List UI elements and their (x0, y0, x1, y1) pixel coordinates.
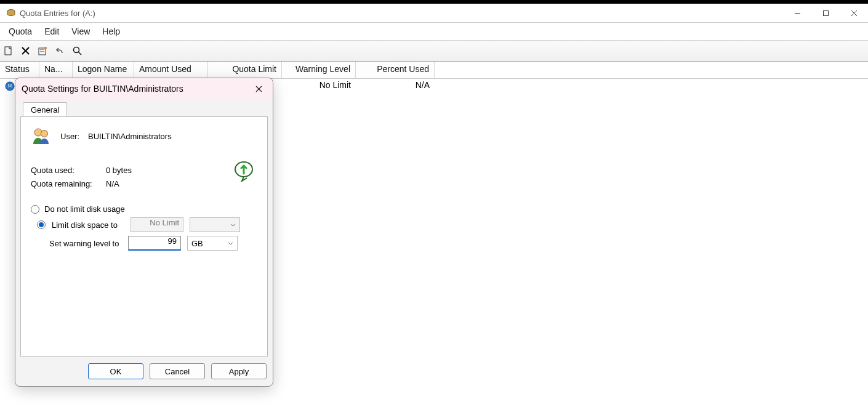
warning-value-input[interactable]: 99 (128, 236, 181, 251)
undo-icon[interactable] (53, 44, 66, 58)
col-quota[interactable]: Quota Limit (208, 62, 282, 78)
menu-help[interactable]: Help (96, 26, 126, 36)
menu-view[interactable]: View (65, 26, 96, 36)
user-value: BUILTIN\Administrators (88, 132, 172, 141)
menu-quota[interactable]: Quota (2, 26, 38, 36)
radio-no-limit[interactable] (31, 205, 39, 214)
find-icon[interactable] (70, 44, 84, 58)
svg-point-20 (41, 131, 48, 137)
warning-unit-combo[interactable]: GB (187, 236, 238, 251)
quota-used-label: Quota used: (31, 164, 106, 177)
quota-remaining-label: Quota remaining: (31, 177, 106, 191)
warning-level-label: Set warning level to (49, 239, 122, 248)
col-status[interactable]: Status (0, 62, 39, 78)
dialog-titlebar[interactable]: Quota Settings for BUILTIN\Administrator… (15, 78, 273, 99)
svg-line-13 (78, 52, 81, 55)
chevron-down-icon (230, 220, 236, 230)
svg-point-11 (44, 47, 47, 49)
svg-rect-9 (40, 49, 44, 50)
limit-unit-combo[interactable] (190, 217, 240, 232)
ok-button[interactable]: OK (88, 363, 143, 379)
new-entry-icon[interactable] (1, 44, 15, 58)
col-name[interactable]: Na... (39, 62, 73, 78)
cell-warning-level: No Limit (282, 79, 356, 94)
col-amount[interactable]: Amount Used (134, 62, 208, 78)
limit-value-input[interactable]: No Limit (131, 217, 183, 232)
close-button[interactable] (840, 4, 868, 22)
dialog-close-button[interactable] (251, 81, 267, 97)
maximize-button[interactable] (811, 4, 840, 22)
col-pct[interactable]: Percent Used (356, 62, 435, 78)
status-balloon-icon (233, 160, 255, 182)
quota-used-value: 0 bytes (106, 164, 132, 177)
delete-icon[interactable] (18, 44, 32, 58)
svg-rect-2 (823, 10, 828, 15)
radio-limit-label: Limit disk space to (52, 220, 124, 230)
radio-limit[interactable] (37, 220, 46, 229)
svg-point-15 (8, 84, 9, 86)
user-label: User: (60, 132, 79, 141)
col-warn[interactable]: Warning Level (282, 62, 356, 78)
radio-no-limit-label: Do not limit disk usage (44, 204, 125, 214)
column-headers: Status Na... Logon Name Amount Used Quot… (0, 62, 868, 79)
toolbar (0, 41, 868, 62)
col-logon[interactable]: Logon Name (73, 62, 134, 78)
quota-settings-dialog: Quota Settings for BUILTIN\Administrator… (15, 78, 273, 387)
svg-point-16 (10, 84, 12, 86)
chevron-down-icon (228, 239, 233, 248)
window-title: Quota Entries for (A:) (20, 9, 95, 18)
apply-button[interactable]: Apply (211, 363, 267, 379)
svg-rect-5 (5, 47, 11, 55)
quota-remaining-value: N/A (106, 177, 132, 191)
warning-unit-value: GB (191, 239, 203, 248)
menubar: Quota Edit View Help (0, 22, 868, 41)
menu-edit[interactable]: Edit (38, 26, 65, 36)
properties-icon[interactable] (36, 44, 49, 58)
minimize-button[interactable] (783, 4, 811, 22)
svg-rect-10 (40, 51, 44, 52)
tab-general[interactable]: General (23, 102, 67, 117)
users-icon (31, 126, 52, 147)
tab-page-general: User: BUILTIN\Administrators Quota used:… (20, 116, 268, 357)
cell-percent-used: N/A (356, 79, 435, 94)
svg-point-19 (34, 129, 42, 136)
app-icon (6, 8, 16, 18)
dialog-title: Quota Settings for BUILTIN\Administrator… (22, 84, 183, 94)
cancel-button[interactable]: Cancel (150, 363, 205, 379)
window-titlebar: Quota Entries for (A:) (0, 4, 868, 22)
svg-point-12 (73, 47, 79, 53)
